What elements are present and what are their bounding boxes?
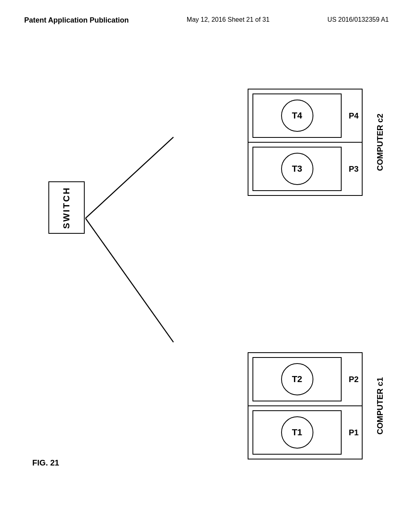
partition-p4-row: T4 P4 [248,89,362,143]
thread-t3-circle: T3 [281,153,313,185]
partition-p2-row: T2 P2 [248,353,362,406]
sheet-info: May 12, 2016 Sheet 21 of 31 [187,16,269,23]
patent-number: US 2016/0132359 A1 [327,16,389,23]
thread-t2-label: T2 [292,374,302,384]
partition-p4-id: P4 [346,89,362,142]
computer-c1-box: T2 P2 T1 P1 [248,352,363,459]
switch-box: SWITCH [48,181,85,234]
thread-t1-circle: T1 [281,416,313,449]
page-header: Patent Application Publication May 12, 2… [0,0,413,25]
computer-c1-label: COMPUTER c1 [375,377,385,434]
thread-t1-label: T1 [292,427,302,438]
computer-c2-container: T4 P4 T3 P3 COMPUTER c2 [248,89,381,196]
diagram-area: SWITCH T4 P4 T3 [24,64,389,492]
partition-p4: T4 [252,94,342,138]
thread-t4-label: T4 [292,110,302,121]
partition-p1-id: P1 [346,406,362,459]
partition-p3-row: T3 P3 [248,143,362,195]
switch-label: SWITCH [61,187,72,229]
computer-c2-label: COMPUTER c2 [375,114,385,171]
thread-t3-label: T3 [292,164,302,174]
svg-line-1 [86,218,173,342]
svg-line-0 [86,137,173,218]
thread-t4-circle: T4 [281,100,313,132]
figure-label: FIG. 21 [32,458,59,468]
partition-p1-row: T1 P1 [248,406,362,459]
partition-p3-id: P3 [346,143,362,195]
partition-p2: T2 [252,357,342,401]
partition-p2-id: P2 [346,353,362,405]
partition-p1: T1 [252,410,342,455]
publication-label: Patent Application Publication [24,16,129,25]
computer-c2-box: T4 P4 T3 P3 [248,89,363,196]
computer-c1-container: T2 P2 T1 P1 COMPUTER c1 [248,352,381,459]
partition-p3: T3 [252,147,342,191]
thread-t2-circle: T2 [281,363,313,395]
